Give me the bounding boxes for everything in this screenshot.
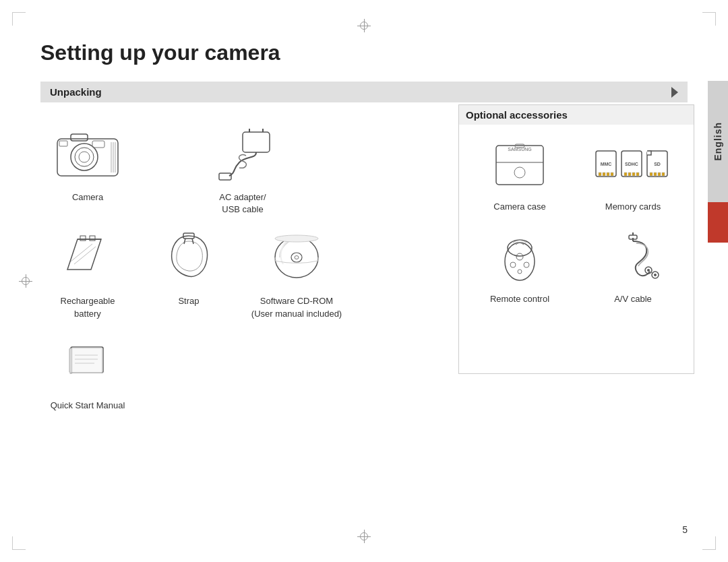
svg-line-18 <box>71 244 92 261</box>
language-tab-label: English <box>712 122 723 161</box>
svg-rect-57 <box>650 173 653 176</box>
item-quick-start: Quick Start Manual <box>40 327 135 412</box>
quick-start-label: Quick Start Manual <box>51 400 125 412</box>
svg-point-63 <box>516 253 523 260</box>
remote-control-label: Remote control <box>490 294 549 304</box>
svg-rect-4 <box>71 134 88 141</box>
svg-rect-52 <box>632 173 635 176</box>
svg-rect-53 <box>636 173 639 176</box>
svg-point-24 <box>291 253 302 262</box>
svg-point-3 <box>79 152 90 162</box>
svg-rect-46 <box>607 173 609 176</box>
accessories-title: Optional accessories <box>459 105 694 125</box>
svg-point-64 <box>510 262 516 268</box>
svg-rect-17 <box>90 236 95 241</box>
svg-point-73 <box>654 274 657 276</box>
battery-label: Rechargeablebattery <box>61 295 115 319</box>
svg-point-71 <box>647 269 650 272</box>
svg-rect-13 <box>219 173 231 180</box>
section-title: Unpacking <box>50 86 102 98</box>
remote-control-icon <box>479 228 560 288</box>
camera-icon <box>47 119 128 186</box>
crosshair-left <box>19 274 32 288</box>
accessory-remote-control: Remote control <box>470 228 570 304</box>
crosshair-bottom <box>357 530 371 543</box>
ac-adapter-label: AC adapter/USB cable <box>219 191 266 216</box>
svg-rect-31 <box>72 348 102 373</box>
corner-mark-bl <box>12 536 26 550</box>
svg-rect-56 <box>647 151 651 155</box>
svg-text:SD: SD <box>654 162 661 166</box>
svg-rect-58 <box>654 173 657 176</box>
svg-point-66 <box>518 270 522 274</box>
corner-mark-br <box>702 536 716 550</box>
strap-label: Strap <box>178 295 199 307</box>
accessories-box: Optional accessories SAMSUNG <box>458 104 694 374</box>
svg-rect-5 <box>92 141 104 148</box>
camera-case-label: Camera case <box>493 201 545 212</box>
battery-icon <box>47 222 128 290</box>
svg-rect-10 <box>243 132 270 152</box>
svg-line-22 <box>192 239 193 244</box>
item-software-cd: Software CD-ROM(User manual included) <box>249 222 344 319</box>
svg-line-19 <box>74 247 96 264</box>
language-tab-red-accent <box>708 202 728 243</box>
memory-cards-icon: MMC SDHC <box>593 135 673 196</box>
ac-adapter-icon <box>202 119 283 186</box>
accessory-camera-case: SAMSUNG Camera case <box>470 135 570 212</box>
item-camera: Camera <box>40 119 135 216</box>
svg-rect-47 <box>611 173 613 176</box>
svg-line-21 <box>184 239 185 244</box>
quick-start-icon <box>47 327 128 394</box>
svg-marker-14 <box>67 239 101 270</box>
accessory-av-cable: A/V cable <box>583 228 683 304</box>
svg-text:SDHC: SDHC <box>625 162 638 166</box>
item-battery: Rechargeablebattery <box>40 222 135 319</box>
camera-label: Camera <box>72 191 103 204</box>
page: English 5 Setting up your camera Unpacki… <box>0 0 728 562</box>
corner-mark-tl <box>12 12 26 26</box>
svg-rect-51 <box>628 173 631 176</box>
svg-point-40 <box>514 167 525 178</box>
svg-rect-6 <box>59 141 67 146</box>
item-strap: Strap <box>142 222 236 319</box>
svg-rect-30 <box>69 348 72 373</box>
av-cable-label: A/V cable <box>614 294 652 304</box>
svg-rect-59 <box>658 173 661 176</box>
section-bar: Unpacking <box>40 82 688 102</box>
svg-rect-50 <box>624 173 627 176</box>
av-cable-icon <box>593 228 673 288</box>
page-title: Setting up your camera <box>40 40 688 65</box>
page-number: 5 <box>682 524 688 535</box>
section-arrow-icon <box>671 87 678 98</box>
corner-mark-tr <box>702 12 716 26</box>
svg-rect-16 <box>80 236 86 241</box>
item-ac-adapter: AC adapter/USB cable <box>195 119 290 216</box>
svg-point-2 <box>75 148 94 166</box>
strap-icon <box>148 222 229 290</box>
cd-rom-icon <box>256 222 337 290</box>
svg-point-61 <box>505 243 535 280</box>
memory-cards-label: Memory cards <box>605 201 661 212</box>
language-tab: English <box>708 81 728 202</box>
accessories-grid: SAMSUNG Camera case <box>470 135 683 304</box>
svg-point-65 <box>524 262 529 268</box>
svg-point-25 <box>295 256 299 259</box>
svg-rect-44 <box>599 173 601 176</box>
svg-text:MMC: MMC <box>601 162 612 166</box>
svg-point-26 <box>275 235 318 242</box>
accessory-memory-cards: MMC SDHC <box>583 135 683 212</box>
crosshair-top <box>357 19 371 32</box>
svg-rect-60 <box>662 173 665 176</box>
camera-case-icon: SAMSUNG <box>479 135 560 196</box>
cd-label: Software CD-ROM(User manual included) <box>251 295 342 319</box>
svg-rect-45 <box>603 173 605 176</box>
